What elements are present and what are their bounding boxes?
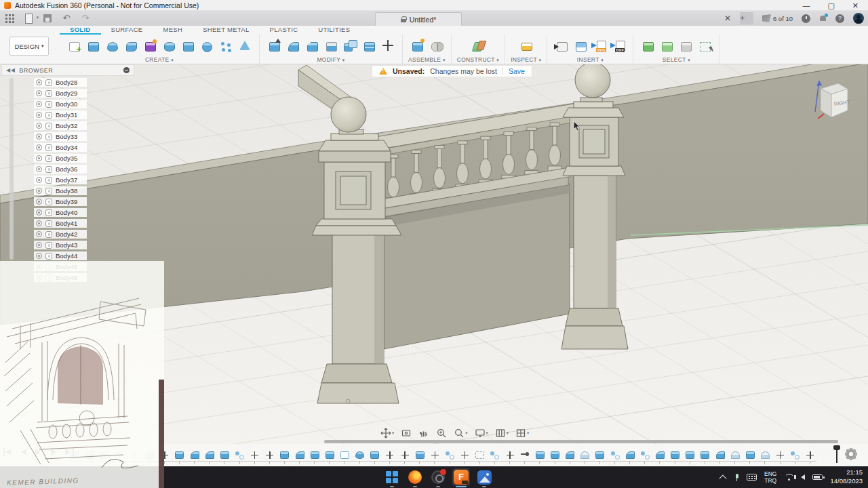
ribbon-tab-sheet-metal[interactable]: SHEET METAL [193, 26, 259, 35]
timeline-feature-extrude[interactable] [368, 448, 382, 462]
timeline-feature-dome[interactable] [758, 448, 772, 462]
timeline-feature-extrude[interactable] [533, 448, 547, 462]
save-icon[interactable] [42, 13, 53, 24]
timeline-feature-extrude[interactable] [593, 448, 607, 462]
visibility-eye-icon[interactable] [36, 253, 42, 259]
browser-body-body34[interactable]: Body34 [34, 143, 87, 152]
measure-icon[interactable] [517, 37, 535, 54]
insert-derive-icon[interactable] [553, 37, 570, 54]
group-label-inspect[interactable]: INSPECT ▾ [511, 56, 541, 63]
touch-keyboard-icon[interactable] [747, 474, 757, 481]
select-window-icon[interactable] [696, 37, 713, 54]
user-avatar[interactable] [853, 13, 864, 24]
collapse-panel-icon[interactable]: ◀◀ [6, 67, 15, 73]
web-icon[interactable] [236, 37, 254, 54]
visibility-eye-icon[interactable] [36, 188, 42, 194]
timeline-feature-select[interactable] [473, 448, 487, 462]
timeline-feature-fillet[interactable] [188, 448, 201, 462]
group-label-assemble[interactable]: ASSEMBLE ▾ [408, 56, 446, 63]
timeline-feature-move[interactable] [383, 448, 397, 462]
select-solid-icon[interactable] [639, 37, 656, 54]
browser-body-body37[interactable]: Body37 [34, 176, 87, 184]
browser-body-body36[interactable]: Body36 [34, 165, 87, 174]
speaker-icon[interactable] [801, 474, 805, 480]
ribbon-tab-solid[interactable]: SOLID [60, 26, 101, 35]
fillet-icon[interactable] [284, 37, 302, 54]
browser-body-body33[interactable]: Body33 [34, 132, 87, 141]
view-cube[interactable]: RIGHT [806, 71, 853, 125]
timeline-feature-extrude[interactable] [549, 448, 562, 462]
group-label-construct[interactable]: CONSTRUCT ▾ [457, 56, 499, 63]
loft-icon[interactable] [141, 37, 159, 54]
timeline-feature-extrude[interactable] [698, 448, 712, 462]
timeline-feature-dome[interactable] [728, 448, 742, 462]
timeline-feature-move[interactable] [503, 448, 517, 462]
undo-icon[interactable]: ↶ ▾ [61, 13, 72, 24]
browser-body-body28[interactable]: Body28 [34, 78, 87, 87]
visibility-eye-icon[interactable] [36, 79, 42, 85]
taskbar-app-firefox[interactable] [406, 468, 424, 486]
new-tab-button[interactable]: + [740, 12, 753, 24]
browser-body-body32[interactable]: Body32 [34, 121, 87, 130]
timeline-feature-extrude[interactable] [308, 448, 321, 462]
browser-body-body31[interactable]: Body31 [34, 110, 87, 119]
timeline-feature-move[interactable] [428, 448, 441, 462]
app-grid-icon[interactable] [4, 13, 15, 24]
ribbon-tab-mesh[interactable]: MESH [153, 26, 193, 35]
visibility-eye-icon[interactable] [36, 101, 42, 107]
visibility-eye-icon[interactable] [36, 155, 42, 161]
timeline-feature-extrude[interactable] [413, 448, 427, 462]
ribbon-tab-surface[interactable]: SURFACE [101, 26, 153, 35]
look-at-icon[interactable] [399, 426, 414, 440]
group-label-modify[interactable]: MODIFY ▾ [317, 56, 344, 63]
browser-body-body43[interactable]: Body43 [34, 241, 87, 249]
job-status-icon[interactable] [802, 14, 810, 23]
joint-icon[interactable] [427, 37, 445, 54]
ribbon-tab-plastic[interactable]: PLASTIC [260, 26, 309, 35]
select-face-icon[interactable] [658, 37, 675, 54]
orbit-icon[interactable]: ▾ [378, 426, 396, 440]
browser-body-body29[interactable]: Body29 [34, 89, 87, 98]
visibility-eye-icon[interactable] [36, 199, 42, 205]
timeline-feature-pin[interactable] [518, 448, 532, 462]
timeline-feature-sketch[interactable] [338, 448, 352, 462]
timeline-playhead[interactable] [833, 445, 841, 463]
sweep-icon[interactable] [122, 37, 140, 54]
split-body-icon[interactable] [360, 37, 378, 54]
display-settings-icon[interactable]: ▾ [473, 426, 490, 440]
notifications-icon[interactable] [819, 15, 827, 22]
document-tab[interactable]: Untitled* [375, 12, 462, 26]
construction-plane-icon[interactable] [469, 37, 487, 54]
visibility-eye-icon[interactable] [36, 123, 42, 129]
visibility-eye-icon[interactable] [36, 112, 42, 118]
timeline-feature-fillet[interactable] [653, 448, 667, 462]
timeline-feature-move[interactable] [248, 448, 262, 462]
taskbar-app-fusion-360[interactable]: F [452, 468, 470, 486]
group-label-select[interactable]: SELECT ▾ [663, 56, 690, 63]
pattern-icon[interactable] [217, 37, 235, 54]
timeline-feature-extrude[interactable] [218, 448, 231, 462]
timeline-feature-extrude[interactable] [684, 448, 697, 462]
visibility-eye-icon[interactable] [36, 242, 42, 248]
insert-dxf-icon[interactable]: DXF [610, 37, 627, 54]
viewports-icon[interactable]: ▾ [513, 426, 531, 440]
timeline-feature-fillet[interactable] [203, 448, 216, 462]
timeline-feature-component[interactable] [638, 448, 652, 462]
move-icon[interactable] [379, 37, 397, 54]
new-component-icon[interactable] [408, 37, 426, 54]
insert-svg-icon[interactable]: SVG [591, 37, 608, 54]
pan-icon[interactable] [416, 426, 431, 440]
timeline-feature-revolve[interactable] [353, 448, 367, 462]
browser-body-body41[interactable]: Body41 [34, 219, 87, 228]
zoom-icon[interactable] [434, 426, 449, 440]
panel-options-icon[interactable] [123, 67, 130, 73]
timeline-feature-dome[interactable] [578, 448, 592, 462]
battery-icon[interactable] [812, 474, 823, 480]
maximize-button[interactable]: ▢ [827, 1, 834, 10]
visibility-eye-icon[interactable] [36, 144, 42, 150]
timeline-settings-gear-icon[interactable] [846, 449, 856, 459]
workspace-selector[interactable]: DESIGN▾ [9, 37, 49, 56]
timeline-feature-move[interactable] [398, 448, 412, 462]
grid-settings-icon[interactable]: ▾ [493, 426, 511, 440]
revolve-icon[interactable] [103, 37, 121, 54]
